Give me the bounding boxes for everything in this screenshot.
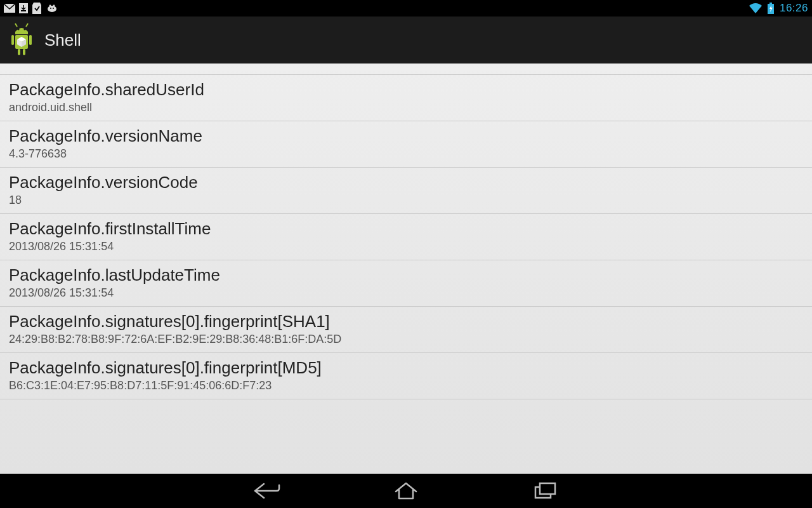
list-item[interactable]: PackageInfo.versionName 4.3-776638 (0, 121, 812, 168)
svg-point-6 (53, 5, 55, 7)
row-value: 24:29:B8:B2:78:B8:9F:72:6A:EF:B2:9E:29:B… (9, 333, 803, 346)
home-button[interactable] (387, 481, 425, 500)
svg-rect-9 (769, 3, 772, 4)
svg-point-14 (17, 28, 19, 30)
gmail-icon (4, 4, 15, 13)
row-value: 2013/08/26 15:31:54 (9, 240, 803, 253)
list-item[interactable]: PackageInfo.signatures[0].fingerprint[SH… (0, 307, 812, 353)
list-item[interactable]: PackageInfo.firstInstallTime 2013/08/26 … (0, 214, 812, 260)
action-bar: Shell (0, 17, 812, 64)
row-title: PackageInfo.signatures[0].fingerprint[SH… (9, 312, 803, 331)
row-title: PackageInfo.sharedUserId (9, 80, 803, 100)
svg-rect-2 (21, 10, 26, 11)
list-item[interactable]: PackageInfo.signatures[0].fingerprint[MD… (0, 353, 812, 399)
svg-line-13 (26, 23, 28, 27)
status-left (4, 3, 58, 14)
list-item[interactable]: PackageInfo.sharedUserId android.uid.she… (0, 75, 812, 121)
row-value: 4.3-776638 (9, 147, 803, 161)
row-title: PackageInfo.lastUpdateTime (9, 265, 803, 285)
clock-text: 16:26 (780, 2, 808, 15)
svg-point-4 (48, 6, 56, 12)
list-item[interactable]: PackageInfo.lastUpdateTime 2013/08/26 15… (0, 260, 812, 307)
svg-point-8 (53, 8, 54, 9)
app-icon (6, 23, 37, 57)
list-item[interactable]: . (0, 64, 812, 75)
info-list[interactable]: . PackageInfo.sharedUserId android.uid.s… (0, 64, 812, 474)
svg-rect-20 (23, 49, 25, 55)
wifi-icon (749, 3, 762, 13)
play-store-icon (32, 3, 42, 14)
svg-point-15 (23, 28, 25, 30)
row-value: android.uid.shell (9, 101, 803, 114)
row-value: 2013/08/26 15:31:54 (9, 286, 803, 300)
back-button[interactable] (247, 481, 285, 500)
download-icon (19, 3, 28, 13)
recents-button[interactable] (527, 481, 565, 500)
row-value: B6:C3:1E:04:E7:95:B8:D7:11:5F:91:45:06:6… (9, 379, 803, 392)
row-title: PackageInfo.versionName (9, 126, 803, 146)
row-value: 18 (9, 194, 803, 207)
app-title: Shell (44, 30, 81, 50)
status-bar: 16:26 (0, 0, 812, 17)
debug-icon (46, 4, 58, 13)
row-title: PackageInfo.signatures[0].fingerprint[MD… (9, 358, 803, 378)
svg-rect-19 (18, 49, 20, 55)
battery-charging-icon (767, 3, 775, 14)
list-item[interactable]: PackageInfo.versionCode 18 (0, 168, 812, 214)
svg-line-12 (15, 23, 17, 27)
svg-rect-18 (29, 35, 32, 45)
navigation-bar (0, 474, 812, 508)
row-title: PackageInfo.versionCode (9, 173, 803, 192)
svg-rect-22 (540, 483, 555, 494)
svg-point-7 (50, 8, 51, 9)
svg-point-5 (49, 5, 51, 7)
svg-rect-17 (11, 35, 14, 45)
row-title: PackageInfo.firstInstallTime (9, 219, 803, 239)
svg-rect-11 (15, 32, 28, 34)
status-right: 16:26 (749, 2, 808, 15)
